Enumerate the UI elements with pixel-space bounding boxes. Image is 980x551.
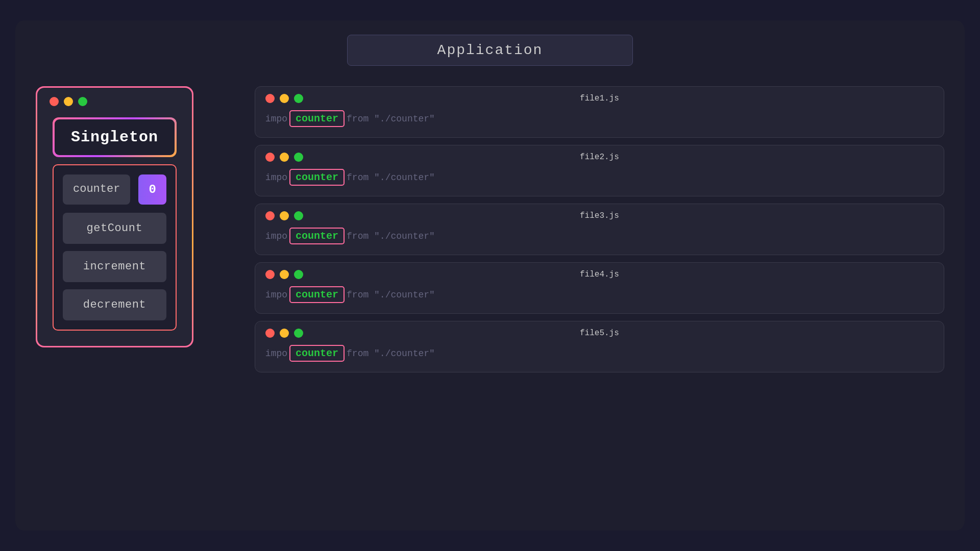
dot-red-3 [265,211,275,220]
dot-red [50,97,59,106]
code-after-1: from "./counter" [347,114,435,124]
file-window-4: file4.js impo counter from "./counter" [255,262,944,314]
dot-red-2 [265,153,275,162]
counter-row: counter 0 [63,174,166,205]
dot-green-3 [294,211,303,220]
counter-badge-4: counter [289,286,345,303]
code-before-4: impo [265,290,287,300]
traffic-lights-5 [265,329,303,338]
dot-red-1 [265,94,275,103]
file-code-line-4: impo counter from "./counter" [265,283,934,306]
method-decrement-label: decrement [83,298,146,311]
file-title-1: file1.js [580,94,619,103]
method-increment: increment [63,251,166,282]
traffic-lights-3 [265,211,303,220]
method-increment-label: increment [83,260,146,273]
dot-yellow-3 [280,211,289,220]
method-decrement: decrement [63,289,166,320]
file-code-line-1: impo counter from "./counter" [265,107,934,130]
file-titlebar-4: file4.js [265,270,934,279]
traffic-lights [50,97,87,106]
code-after-3: from "./counter" [347,231,435,241]
file-window-3: file3.js impo counter from "./counter" [255,204,944,255]
code-before-3: impo [265,231,287,241]
method-getcount-label: getCount [87,222,143,235]
file-window-5: file5.js impo counter from "./counter" [255,321,944,372]
title-bar: Application [347,35,633,66]
counter-badge-3: counter [289,228,345,244]
dot-green-1 [294,94,303,103]
file-title-4: file4.js [580,270,619,279]
app-title: Application [437,42,543,58]
singleton-container: Singleton [53,117,177,157]
traffic-lights-4 [265,270,303,279]
code-after-2: from "./counter" [347,172,435,183]
code-after-4: from "./counter" [347,290,435,300]
dot-yellow-2 [280,153,289,162]
counter-badge-5: counter [289,345,345,362]
code-before-5: impo [265,348,287,359]
code-before-2: impo [265,172,287,183]
dot-green-4 [294,270,303,279]
file-window-1: file1.js impo counter from "./counter" [255,86,944,138]
dot-green [78,97,87,106]
dot-red-5 [265,329,275,338]
file-code-line-5: impo counter from "./counter" [265,342,934,365]
right-panel: file1.js impo counter from "./counter" f… [255,86,944,372]
app-background: Application counter.js Singleton [15,20,965,531]
counter-label-box: counter [63,174,130,205]
file-titlebar-5: file5.js [265,329,934,338]
file-titlebar-3: file3.js [265,211,934,220]
traffic-lights-2 [265,153,303,162]
file-titlebar-1: file1.js [265,94,934,103]
counter-badge-2: counter [289,169,345,186]
method-getcount: getCount [63,213,166,244]
traffic-lights-1 [265,94,303,103]
window-titlebar: counter.js [37,88,192,112]
file-title-5: file5.js [580,329,619,338]
dot-red-4 [265,270,275,279]
file-title-2: file2.js [580,153,619,162]
left-panel: counter.js Singleton counter [37,88,192,346]
code-before-1: impo [265,114,287,124]
code-after-5: from "./counter" [347,348,435,359]
file-title-3: file3.js [580,211,619,220]
counter-value-box: 0 [138,174,166,205]
left-panel-outer: counter.js Singleton counter [36,86,193,347]
file-code-line-2: impo counter from "./counter" [265,166,934,189]
counter-value: 0 [149,183,156,196]
dot-yellow-4 [280,270,289,279]
dot-green-2 [294,153,303,162]
dot-yellow-5 [280,329,289,338]
counter-badge-1: counter [289,110,345,127]
dot-yellow [64,97,73,106]
file-window-2: file2.js impo counter from "./counter" [255,145,944,196]
singleton-box: Singleton [55,119,175,155]
dot-green-5 [294,329,303,338]
singleton-label: Singleton [71,129,158,146]
dot-yellow-1 [280,94,289,103]
inner-content-box: counter 0 getCount increment decre [53,164,177,331]
counter-property-label: counter [73,183,120,195]
main-content: counter.js Singleton counter [15,86,965,372]
file-code-line-3: impo counter from "./counter" [265,224,934,247]
file-titlebar-2: file2.js [265,153,934,162]
